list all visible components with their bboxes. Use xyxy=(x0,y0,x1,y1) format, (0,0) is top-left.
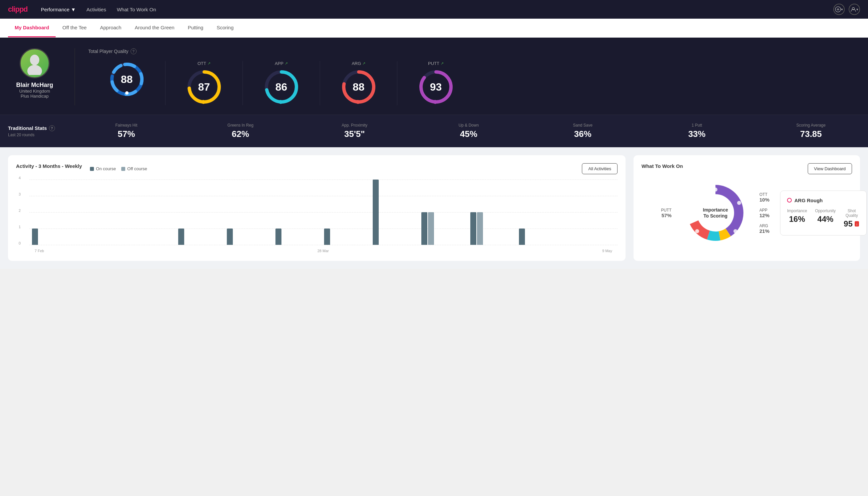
svg-point-4 xyxy=(30,55,39,65)
trad-stat-sandsave: Sand Save 36% xyxy=(534,123,632,139)
player-name: Blair McHarg xyxy=(16,82,53,89)
player-handicap: Plus Handicap xyxy=(21,94,49,98)
main-content: Activity - 3 Months - Weekly On course O… xyxy=(0,147,868,269)
bar-on-course-10 xyxy=(519,229,525,245)
svg-point-27 xyxy=(713,188,717,191)
bar-off-course-9 xyxy=(477,212,483,245)
grid-line-0: 0 xyxy=(29,245,617,245)
gauge-arg-label: ARG ↗ xyxy=(352,61,365,66)
bar-empty-2 xyxy=(129,245,135,245)
bar-group-9 xyxy=(470,212,518,245)
work-card-title: What To Work On xyxy=(642,163,683,169)
trad-stat-1putt: 1 Putt 33% xyxy=(648,123,746,139)
trad-help-icon[interactable]: ? xyxy=(49,125,55,131)
bar-on-course-9 xyxy=(470,212,476,245)
gauge-putt-value: 93 xyxy=(430,81,442,93)
svg-point-28 xyxy=(737,201,741,205)
trad-title-area: Traditional Stats ? Last 20 rounds xyxy=(8,125,61,137)
arg-stats: Importance 16% Opportunity 44% Shot Qual… xyxy=(787,208,860,229)
bar-group-6 xyxy=(324,229,372,245)
gauge-putt: PUTT ↗ 93 xyxy=(397,61,474,105)
trad-stat-fairways: Fairways Hit 57% xyxy=(77,123,175,139)
quality-section: Total Player Quality ? 88 xyxy=(88,48,474,105)
svg-point-10 xyxy=(125,91,129,95)
trad-stat-updown: Up & Down 45% xyxy=(420,123,518,139)
gauge-arg: ARG ↗ 88 xyxy=(320,61,397,105)
ring-total: 88 xyxy=(109,61,145,98)
user-menu-button[interactable]: ▾ xyxy=(849,4,860,15)
tab-off-the-tee[interactable]: Off the Tee xyxy=(56,19,93,37)
putt-label: PUTT 57% xyxy=(642,208,672,218)
view-dashboard-button[interactable]: View Dashboard xyxy=(808,163,852,174)
bar-on-course-3 xyxy=(178,229,184,245)
x-label-feb: 7 Feb xyxy=(35,249,44,253)
bar-empty-11 xyxy=(568,245,573,245)
bar-on-course-5 xyxy=(275,229,282,245)
activity-card-title: Activity - 3 Months - Weekly xyxy=(16,163,82,169)
hero-section: Blair McHarg United Kingdom Plus Handica… xyxy=(0,37,868,114)
arg-right-label: ARG 21% xyxy=(759,223,769,234)
svg-point-5 xyxy=(27,65,42,75)
bar-off-course-8 xyxy=(428,212,434,245)
trad-stats-subtitle: Last 20 rounds xyxy=(8,133,61,137)
donut-left-labels: PUTT 57% xyxy=(642,208,672,218)
x-labels: 7 Feb 28 Mar 9 May xyxy=(29,249,617,253)
gauge-total: 88 xyxy=(88,61,165,105)
tab-approach[interactable]: Approach xyxy=(93,19,128,37)
legend-on-course: On course xyxy=(90,166,116,171)
activity-card: Activity - 3 Months - Weekly On course O… xyxy=(8,155,626,261)
nav-activities[interactable]: Activities xyxy=(86,7,106,12)
trad-stat-proximity: App. Proximity 35'5" xyxy=(305,123,404,139)
bar-group-3 xyxy=(178,229,225,245)
legend-off-course-dot xyxy=(121,167,125,171)
add-button[interactable]: ▾ xyxy=(833,4,845,15)
tab-scoring[interactable]: Scoring xyxy=(210,19,240,37)
bar-on-course-6 xyxy=(324,229,330,245)
ring-app: 86 xyxy=(263,68,300,105)
bar-group-1 xyxy=(81,245,128,245)
bar-group-8 xyxy=(421,212,469,245)
arg-stat-shot-quality: Shot Quality 95 ↓ xyxy=(844,208,860,229)
bar-group-2 xyxy=(129,245,176,245)
player-country: United Kingdom xyxy=(19,89,50,94)
bar-group-7 xyxy=(373,180,420,245)
activity-card-header: Activity - 3 Months - Weekly On course O… xyxy=(16,163,617,174)
help-icon[interactable]: ? xyxy=(130,48,137,54)
legend-on-course-dot xyxy=(90,167,94,171)
x-label-mar: 28 Mar xyxy=(317,249,329,253)
trad-stat-scoring: Scoring Average 73.85 xyxy=(762,123,860,139)
trad-stat-greens: Greens In Reg 62% xyxy=(191,123,290,139)
player-info: Blair McHarg United Kingdom Plus Handica… xyxy=(8,48,61,98)
donut-center-label: Importance To Scoring xyxy=(703,207,728,219)
donut-chart: Importance To Scoring xyxy=(682,180,749,246)
tabs-bar: My Dashboard Off the Tee Approach Around… xyxy=(0,19,868,37)
ring-arg: 88 xyxy=(341,68,377,105)
arg-card-title: ARG Rough xyxy=(787,198,860,203)
arg-stat-importance: Importance 16% xyxy=(787,208,807,229)
ott-right-label: OTT 10% xyxy=(759,192,769,203)
tab-my-dashboard[interactable]: My Dashboard xyxy=(8,19,56,37)
all-activities-button[interactable]: All Activities xyxy=(582,163,617,174)
bar-group-0 xyxy=(32,229,79,245)
brand-logo[interactable]: clippd xyxy=(8,5,28,14)
tab-around-the-green[interactable]: Around the Green xyxy=(128,19,181,37)
svg-point-29 xyxy=(733,229,738,233)
nav-right-actions: ▾ ▾ xyxy=(833,4,860,15)
nav-performance[interactable]: Performance ▼ xyxy=(41,7,76,12)
gauge-total-value: 88 xyxy=(121,73,133,86)
bar-group-5 xyxy=(275,229,323,245)
gauge-ott: OTT ↗ 87 xyxy=(165,61,243,105)
bar-group-4 xyxy=(227,229,274,245)
bar-group-11 xyxy=(568,245,615,245)
bars-wrapper xyxy=(29,180,617,245)
gauge-putt-label: PUTT ↗ xyxy=(428,61,444,66)
bar-group-10 xyxy=(519,229,566,245)
legend-off-course: Off course xyxy=(121,166,147,171)
top-navigation: clippd Performance ▼ Activities What To … xyxy=(0,0,868,19)
bar-chart: 4 3 2 1 0 7 Feb 28 Mar xyxy=(16,180,617,253)
quality-title: Total Player Quality ? xyxy=(88,48,474,54)
arg-detail-card: ARG Rough Importance 16% Opportunity 44%… xyxy=(780,190,867,235)
nav-what-to-work-on[interactable]: What To Work On xyxy=(117,7,156,12)
tab-putting[interactable]: Putting xyxy=(181,19,210,37)
bar-empty-1 xyxy=(81,245,86,245)
